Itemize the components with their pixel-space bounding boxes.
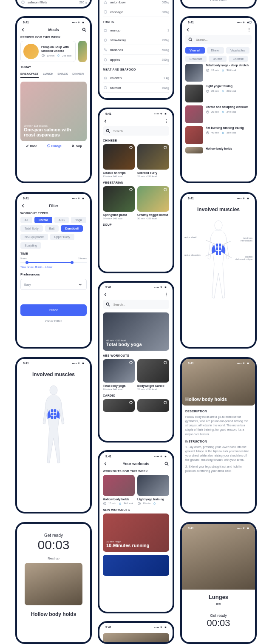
pill-sculpt[interactable]: Sculpting [20,242,41,249]
search-icon[interactable] [164,461,169,466]
next-exercise-image [25,563,82,605]
svg-point-15 [166,122,167,123]
recipe-tile[interactable]: Classic shrimps15 min • 240 kcal [103,144,135,178]
workout-hero[interactable]: 45 min • 215 kcal Total body yoga [103,312,169,351]
next-label: Next up [20,556,87,560]
action-done[interactable]: Done [26,144,37,148]
pill-yoga[interactable]: Yoga [71,217,86,223]
tab-dinner[interactable]: DINNER [72,71,84,78]
workout-tile[interactable]: Light yoga training 20 min [137,475,169,505]
pill-all[interactable]: All [20,217,32,223]
pill-brunch[interactable]: Brunch [209,56,227,62]
search-input[interactable] [103,300,169,309]
svg-rect-6 [54,413,56,415]
pill-total[interactable]: Total Body [20,225,43,232]
pill-noeq[interactable]: No-Equipment [20,234,48,240]
recipe-tile[interactable]: Creamy veggie korma30 min • 238 kcal [137,186,169,220]
workout-tile[interactable]: Total body yoga10 min • 240 kcal [103,359,135,391]
workout-tile[interactable] [103,399,135,412]
svg-point-11 [104,29,107,31]
workout-tile[interactable]: Hollow body holds 15 min346 kcal [103,475,135,505]
filter-partial: Clear Filter [180,0,257,9]
clear-filter-button[interactable]: Clear Filter [20,316,87,326]
workout-row[interactable]: Light yoga training 25 min236 kcal [185,85,252,102]
food-icon [103,37,108,43]
ready-screen: Get ready 00:03 Next up Hollow body hold… [15,522,92,644]
pill-upper[interactable]: Upper Body [50,234,74,240]
heart-icon[interactable] [129,361,133,366]
pill-viewall[interactable]: View all [185,47,205,54]
pill-dumbbell[interactable]: Dumbbell [61,225,83,232]
workout-row[interactable]: Total body yoga - deep stretch 15 min346… [185,64,252,82]
clock-icon [137,502,141,505]
more-icon[interactable] [164,119,169,124]
tab-lunch[interactable]: LUNCH [43,71,54,78]
more-icon[interactable] [164,292,169,297]
lunges-screen: 9:41▪▪▪▪ ᯤ ■ Lunges left Get ready 00:03 [180,522,257,644]
pill-cardio[interactable]: Cardio [34,217,52,223]
workout-row[interactable]: Hollow body holds [185,147,252,153]
back-icon[interactable] [185,27,190,32]
workout-row[interactable]: Cardio and sculpting workout 20 min240 k… [185,105,252,123]
tab-snack[interactable]: SNACK [57,71,68,78]
pill-abs[interactable]: ABS [54,217,69,223]
pill-dinner[interactable]: Dinner [207,47,224,54]
heart-icon[interactable] [164,188,167,193]
workout-card[interactable] [103,555,169,576]
recipe-tile[interactable]: Springtime pasta30 min • 240 kcal [103,186,135,220]
back-icon[interactable] [20,203,26,208]
workout-explore-screen: 9:41▪▪▪▪ ᯤ ■ 45 min • 215 kcal Total bod… [98,281,174,443]
workout-tile[interactable] [137,399,169,412]
heart-icon[interactable] [164,361,167,366]
recipe-tile[interactable]: Seafood curry25 min • 238 kcal [137,144,169,178]
svg-point-21 [165,462,167,465]
section-abs: ABS WORKOUTS [103,354,169,357]
workout-hero[interactable]: 10 min • high 10-Minutes running [103,513,169,552]
svg-rect-4 [54,409,56,412]
section-week: WORKOUTS FOR THIS WEEK [103,470,169,473]
food-icon [103,28,108,33]
back-icon[interactable] [103,119,108,124]
action-skip[interactable]: Skip [71,144,82,148]
clear-filter-button[interactable]: Clear Filter [185,0,252,4]
section-fruits: FRUITS [103,20,169,23]
workout-row[interactable]: Fat burning running trainig 40 min389 kc… [185,126,252,144]
meal-tabs: BREAKFAST LUNCH SNACK DINNER [20,71,87,78]
section-today: TODAY [20,65,87,68]
section-new: NEW WORKOUTS [103,508,169,511]
section-recipes: RECIPES FOR THIS WEEK [20,36,87,39]
filter-button[interactable]: Filter [20,304,87,316]
pill-breakfast[interactable]: Breakfast [185,56,207,62]
food-icon [103,85,108,90]
tab-breakfast[interactable]: BREAKFAST [20,71,39,78]
heart-icon[interactable] [164,146,167,150]
instruction-2: 2. Extend your legs straight out and hol… [185,465,252,473]
svg-rect-8 [54,416,56,419]
workout-tile[interactable]: Bodyweight Cardio25 min • 238 kcal [137,359,169,391]
back-icon[interactable] [103,292,108,297]
section-chinese: CHINESE [103,139,169,142]
ready-label: Get ready [182,613,255,618]
time-slider[interactable] [20,262,87,263]
search-icon[interactable] [82,27,87,32]
recipe-card[interactable]: Pumpkin Soup with Smoked Cheese 10 min 2… [20,41,76,62]
heart-icon[interactable] [129,146,133,150]
filter-pills: All Cardio ABS Yoga Total Body Butt Dumb… [20,217,87,249]
pill-chinese[interactable]: Chinese [229,56,248,62]
back-icon[interactable] [103,461,108,466]
pill-butt[interactable]: Butt [45,225,59,232]
anatomy-diagram [20,384,87,482]
search-input[interactable] [185,35,252,44]
clock-icon [103,502,106,505]
pref-select[interactable]: Easy [20,279,87,290]
action-change[interactable]: Change [47,144,62,148]
meal-hero[interactable]: 30 min • 118 calories One-pan salmon wit… [20,82,87,141]
back-icon[interactable] [20,27,26,32]
more-icon[interactable] [246,27,252,32]
svg-point-27 [189,38,192,40]
search-input[interactable] [103,126,169,136]
svg-point-10 [104,11,107,14]
recipe-card-peek[interactable] [78,41,87,62]
pill-vegetables[interactable]: Vegetables [226,47,249,54]
heart-icon[interactable] [129,188,133,193]
